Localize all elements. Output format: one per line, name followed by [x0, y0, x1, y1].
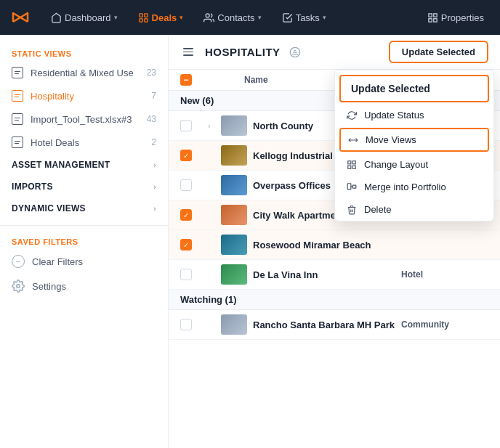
- sidebar-item-label: Import_Tool_Test.xlsx#3: [31, 114, 132, 125]
- page-title: HOSPITALITY: [205, 46, 281, 58]
- svg-rect-4: [144, 18, 147, 21]
- svg-rect-9: [434, 18, 437, 21]
- section-watching-label: Watching (1): [180, 294, 237, 305]
- top-nav: Dashboard ▾ Deals ▾ Contacts ▾ Tasks ▾ P…: [0, 0, 500, 35]
- static-views-label: STATIC VIEWS: [0, 44, 168, 61]
- thumbnail: [221, 115, 247, 136]
- table-row[interactable]: Rosewood Miramar Beach: [169, 230, 500, 260]
- nav-item-dashboard[interactable]: Dashboard ▾: [44, 0, 125, 35]
- nav-item-deals[interactable]: Deals ▾: [131, 0, 191, 35]
- merge-icon: [347, 182, 357, 192]
- menu-item-update-status[interactable]: Update Status: [335, 104, 493, 126]
- sidebar: STATIC VIEWS Residential & Mixed Use 23 …: [0, 35, 169, 448]
- menu-item-update-selected[interactable]: Update Selected: [341, 76, 488, 101]
- nav-item-tasks[interactable]: Tasks ▾: [275, 0, 334, 35]
- sidebar-item-residential[interactable]: Residential & Mixed Use 23: [0, 61, 168, 84]
- row-name: De La Vina Inn: [253, 269, 398, 280]
- clear-filters-action[interactable]: − Clear Filters: [0, 249, 168, 274]
- nav-deals-chevron: ▾: [180, 14, 183, 21]
- row-checkbox[interactable]: [180, 209, 192, 221]
- clear-filters-label: Clear Filters: [32, 256, 83, 267]
- nav-dashboard-label: Dashboard: [65, 12, 111, 23]
- menu-item-delete[interactable]: Delete: [335, 198, 493, 221]
- minus-circle-icon: −: [12, 255, 25, 268]
- nav-tasks-chevron: ▾: [323, 14, 326, 21]
- chevron-right-icon: ›: [153, 161, 156, 169]
- home-icon: [51, 12, 62, 23]
- sidebar-item-count: 2: [151, 137, 156, 147]
- svg-rect-16: [352, 166, 355, 168]
- list-icon: [12, 113, 23, 125]
- gear-icon: [12, 280, 25, 293]
- menu-item-move-views[interactable]: Move Views: [341, 129, 488, 150]
- sidebar-item-import[interactable]: Import_Tool_Test.xlsx#3 43: [0, 107, 168, 131]
- svg-rect-3: [139, 18, 142, 21]
- dropdown-menu: Update Selected Update Status Move Views…: [334, 70, 494, 221]
- list-icon: [12, 90, 23, 102]
- row-checkbox[interactable]: [180, 150, 192, 161]
- svg-point-10: [17, 285, 20, 288]
- row-checkbox[interactable]: [180, 179, 192, 191]
- menu-merge-label: Merge into Portfolio: [364, 182, 446, 192]
- deals-icon: [138, 12, 149, 23]
- menu-item-change-layout[interactable]: Change Layout: [335, 153, 493, 176]
- menu-delete-label: Delete: [364, 204, 392, 215]
- row-type: Hotel: [401, 269, 488, 280]
- trash-icon: [347, 205, 357, 215]
- svg-rect-13: [348, 160, 351, 163]
- layout-icon: [347, 160, 357, 170]
- svg-rect-2: [144, 13, 147, 16]
- logo[interactable]: [9, 6, 32, 29]
- settings-label: Settings: [32, 281, 66, 292]
- menu-update-status-label: Update Status: [364, 110, 424, 121]
- svg-rect-17: [347, 183, 351, 189]
- nav-dashboard-chevron: ▾: [114, 14, 118, 21]
- row-checkbox[interactable]: [180, 269, 192, 280]
- update-selected-button[interactable]: Update Selected: [389, 41, 488, 63]
- nav-properties-label: Properties: [441, 12, 484, 23]
- sidebar-item-label: Residential & Mixed Use: [31, 68, 134, 78]
- thumbnail: [221, 145, 247, 166]
- update-selected-label: Update Selected: [402, 46, 475, 57]
- nav-item-contacts[interactable]: Contacts ▾: [196, 0, 268, 35]
- svg-rect-14: [352, 160, 355, 163]
- table-row[interactable]: Rancho Santa Barbara MH Park Community: [169, 310, 500, 340]
- dynamic-views-section[interactable]: DYNAMIC VIEWS ›: [0, 197, 168, 219]
- section-watching: Watching (1): [169, 290, 500, 310]
- sidebar-item-hotel-deals[interactable]: Hotel Deals 2: [0, 131, 168, 154]
- svg-point-5: [206, 13, 209, 17]
- main-content: HOSPITALITY Update Selected Name Propert…: [169, 35, 500, 448]
- sidebar-item-label: Hospitality: [31, 91, 74, 102]
- row-checkbox[interactable]: [180, 239, 192, 251]
- sidebar-item-count: 23: [147, 68, 156, 78]
- nav-deals-label: Deals: [152, 12, 177, 23]
- sidebar-item-count: 43: [147, 114, 156, 124]
- nav-item-properties[interactable]: Properties: [420, 0, 491, 35]
- main-header: HOSPITALITY Update Selected: [169, 35, 500, 70]
- row-checkbox[interactable]: [180, 319, 192, 330]
- chevron-right-icon[interactable]: ›: [203, 120, 215, 131]
- menu-change-layout-label: Change Layout: [364, 159, 428, 170]
- svg-rect-18: [352, 185, 356, 188]
- thumbnail: [221, 235, 247, 255]
- row-checkbox[interactable]: [180, 120, 192, 131]
- properties-icon: [427, 12, 438, 23]
- dynamic-views-label: DYNAMIC VIEWS: [12, 203, 86, 213]
- chevron-right-icon: ›: [153, 183, 156, 191]
- svg-rect-8: [429, 18, 432, 21]
- menu-item-merge[interactable]: Merge into Portfolio: [335, 176, 493, 198]
- svg-rect-15: [348, 166, 351, 168]
- settings-action[interactable]: Settings: [0, 274, 168, 298]
- asset-management-section[interactable]: ASSET MANAGEMENT ›: [0, 154, 168, 176]
- thumbnail: [221, 205, 247, 225]
- thumbnail: [221, 175, 247, 195]
- sidebar-item-hospitality[interactable]: Hospitality 7: [0, 84, 168, 107]
- nav-contacts-chevron: ▾: [258, 14, 262, 21]
- arrows-icon: [348, 135, 358, 145]
- imports-section[interactable]: IMPORTS ›: [0, 176, 168, 197]
- table-row[interactable]: De La Vina Inn Hotel: [169, 260, 500, 290]
- hamburger-button[interactable]: [180, 45, 196, 59]
- svg-rect-6: [429, 13, 432, 16]
- header-checkbox[interactable]: [180, 74, 192, 86]
- menu-move-views-label: Move Views: [366, 134, 416, 145]
